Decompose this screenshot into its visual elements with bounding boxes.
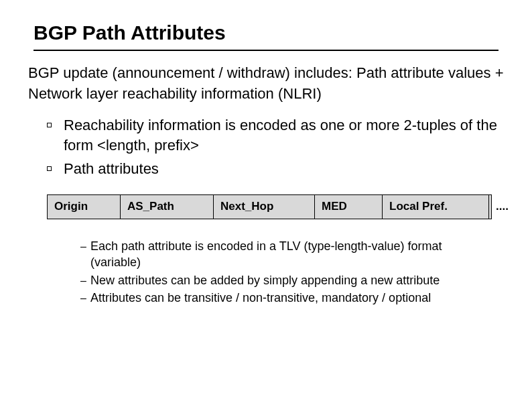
intro-text: BGP update (announcement / withdraw) inc…	[28, 63, 505, 105]
bullet-item: Path attributes	[47, 159, 505, 180]
attr-cell-local-pref: Local Pref.	[383, 195, 489, 219]
slide: BGP Path Attributes BGP update (announce…	[0, 0, 532, 399]
bullet-list: Reachability information is encoded as o…	[47, 115, 505, 180]
dash-marker-icon: –	[80, 290, 86, 306]
dash-list: – Each path attribute is encoded in a TL…	[80, 238, 495, 306]
dash-text: Each path attribute is encoded in a TLV …	[90, 238, 495, 271]
attr-cell-origin: Origin	[48, 195, 121, 219]
bullet-marker-icon	[47, 123, 52, 127]
dash-item: – Attributes can be transitive / non-tra…	[80, 290, 495, 306]
attr-cell-more: ....	[489, 195, 515, 219]
title-divider	[34, 50, 498, 51]
slide-title: BGP Path Attributes	[34, 21, 505, 44]
dash-text: New attributes can be added by simply ap…	[90, 272, 440, 288]
bullet-marker-icon	[47, 166, 52, 171]
dash-item: – Each path attribute is encoded in a TL…	[80, 238, 495, 271]
dash-text: Attributes can be transitive / non-trans…	[90, 290, 431, 306]
attr-cell-as-path: AS_Path	[121, 195, 214, 219]
bullet-text: Reachability information is encoded as o…	[64, 115, 505, 157]
dash-item: – New attributes can be added by simply …	[80, 272, 495, 288]
attr-cell-med: MED	[315, 195, 383, 219]
dash-marker-icon: –	[80, 238, 86, 254]
dash-marker-icon: –	[80, 272, 86, 288]
bullet-text: Path attributes	[64, 159, 159, 180]
bullet-item: Reachability information is encoded as o…	[47, 115, 505, 157]
path-attributes-row: Origin AS_Path Next_Hop MED Local Pref. …	[47, 194, 492, 219]
attr-cell-next-hop: Next_Hop	[214, 195, 315, 219]
